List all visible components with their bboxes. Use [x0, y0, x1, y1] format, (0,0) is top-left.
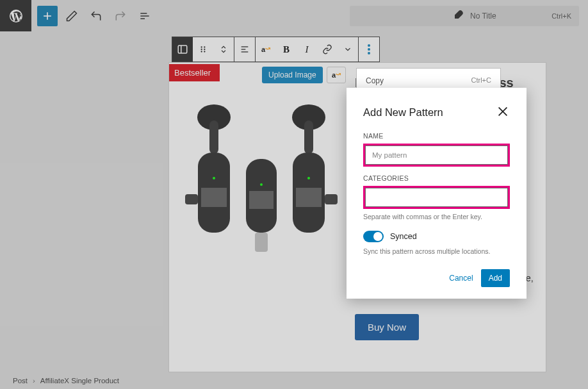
- categories-help-text: Separate with commas or the Enter key.: [363, 213, 510, 220]
- categories-field-highlight: [363, 186, 510, 209]
- pattern-categories-input[interactable]: [365, 188, 508, 207]
- add-pattern-modal: Add New Pattern NAME CATEGORIES Separate…: [347, 88, 527, 299]
- modal-title: Add New Pattern: [363, 106, 443, 119]
- name-label: NAME: [363, 132, 510, 140]
- cancel-button[interactable]: Cancel: [449, 274, 473, 283]
- synced-toggle[interactable]: [363, 231, 384, 242]
- menu-item-shortcut: Ctrl+C: [471, 76, 491, 85]
- synced-label: Synced: [390, 232, 417, 241]
- menu-item-copy[interactable]: Copy Ctrl+C: [357, 72, 500, 89]
- synced-help-text: Sync this pattern across multiple locati…: [363, 247, 510, 255]
- name-field-highlight: [363, 144, 510, 167]
- menu-item-label: Copy: [366, 76, 384, 85]
- categories-label: CATEGORIES: [363, 174, 510, 182]
- add-button[interactable]: Add: [481, 269, 510, 287]
- close-icon[interactable]: [496, 104, 510, 120]
- pattern-name-input[interactable]: [365, 145, 508, 165]
